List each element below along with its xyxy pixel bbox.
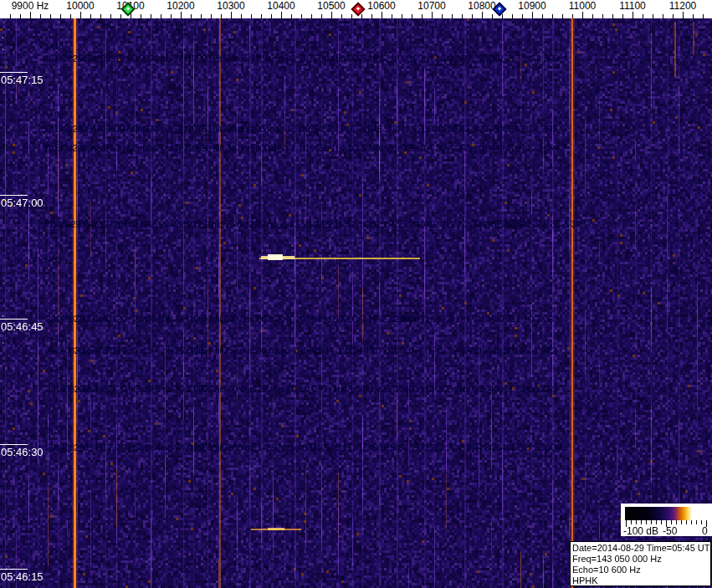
db-tick <box>691 520 692 524</box>
freq-tick <box>542 14 543 18</box>
freq-tick <box>211 14 212 18</box>
freq-tick <box>572 14 573 18</box>
db-tick <box>681 520 682 524</box>
freq-label: 11100 <box>619 0 646 12</box>
db-label: -50 <box>663 525 677 537</box>
freq-tick <box>251 14 252 18</box>
db-tick <box>651 520 652 524</box>
freq-tick <box>703 14 704 18</box>
time-label: 05:47:00 <box>1 197 44 209</box>
db-tick <box>671 520 672 524</box>
left-minor-tick: ` <box>2 450 5 457</box>
db-tick <box>696 520 697 524</box>
freq-tick <box>462 14 463 18</box>
detection-log-line: 20140829054612320 hCnt364 nb-74 f10900 h… <box>46 442 567 453</box>
freq-tick <box>161 14 161 18</box>
freq-tick <box>311 14 312 18</box>
freq-label: 11000 <box>569 0 596 12</box>
freq-tick <box>502 14 503 18</box>
db-tick <box>686 520 687 524</box>
freq-tick <box>442 14 443 18</box>
freq-tick <box>100 14 101 18</box>
freq-label: 10700 <box>417 0 445 12</box>
db-tick <box>661 520 662 524</box>
freq-tick <box>663 14 663 18</box>
freq-tick <box>301 14 302 18</box>
freq-tick <box>612 14 613 18</box>
freq-tick <box>50 14 51 18</box>
db-gradient-bar <box>625 507 708 520</box>
detection-log-line: 20140829054643120 hCnt367 nb-74 f10651 h… <box>46 314 559 324</box>
detection-marker: ^t+32 <box>43 425 64 435</box>
freq-tick <box>512 14 513 18</box>
db-scale: -100 dB-500 <box>621 504 712 536</box>
db-label: -100 dB <box>623 525 658 537</box>
time-tick <box>0 195 28 196</box>
freq-marker-red[interactable] <box>351 3 366 17</box>
freq-tick <box>151 14 151 18</box>
time-label: 05:46:45 <box>1 320 44 333</box>
freq-tick <box>110 14 111 18</box>
freq-label: 10900 <box>518 0 546 12</box>
left-minor-tick: ` <box>2 331 5 338</box>
freq-tick <box>492 14 493 18</box>
freq-label: 9900 Hz <box>12 0 49 12</box>
db-tick <box>641 520 642 524</box>
freq-label: 10600 <box>367 0 395 12</box>
freq-tick <box>341 14 342 18</box>
freq-tick <box>221 14 222 18</box>
freq-tick <box>693 14 694 18</box>
freq-tick <box>422 14 423 18</box>
freq-label: 10200 <box>166 0 194 12</box>
freq-tick <box>472 14 473 18</box>
freq-tick <box>30 12 31 18</box>
freq-tick <box>683 12 684 18</box>
db-tick <box>631 520 632 524</box>
freq-tick <box>90 14 91 18</box>
detection-log-line: 20140829054639720 hCnt366 nb-75 f10899 h… <box>46 345 556 355</box>
freq-tick <box>191 14 192 18</box>
detection-marker: ^t+43 <box>43 334 64 344</box>
freq-tick <box>171 14 172 18</box>
freq-tick <box>402 14 402 18</box>
freq-tick <box>351 14 352 18</box>
freq-tick <box>552 14 553 18</box>
freq-tick <box>201 14 202 18</box>
detection-log-line: 20140829054632620 hCnt365 nb-76 f10900 h… <box>46 384 558 394</box>
freq-tick <box>371 14 372 18</box>
frequency-ruler: 9900 Hz100001010010200103001040010500106… <box>0 0 712 18</box>
db-tick <box>676 520 677 524</box>
freq-tick <box>261 14 262 18</box>
freq-tick <box>291 14 292 18</box>
detection-marker: ^t+39 <box>43 365 64 375</box>
freq-tick <box>602 14 603 18</box>
info-line: HPHK <box>572 575 710 586</box>
time-label: 05:47:15 <box>1 74 44 86</box>
freq-marker-green-center-dot <box>126 7 130 10</box>
freq-label: 10800 <box>468 0 495 12</box>
spectrogram-canvas[interactable] <box>0 18 712 588</box>
freq-tick <box>432 12 433 18</box>
freq-tick <box>271 14 272 18</box>
freq-tick <box>412 14 412 18</box>
detection-log-line: 20140829054706520 hCnt370 nb-77 f10750 h… <box>44 124 557 134</box>
freq-tick <box>382 12 382 18</box>
time-label: 05:46:15 <box>1 570 44 583</box>
freq-tick <box>622 14 623 18</box>
info-box: Date=2014-08-29 Time=05:45 UTCFreq=143 0… <box>570 541 711 586</box>
freq-tick <box>181 12 182 18</box>
info-line: Echo=10 600 Hz <box>572 565 710 575</box>
spectrogram-panel: 05:47:1505:47:0005:46:4505:46:3005:46:15… <box>0 18 712 588</box>
detection-log-line: 20140829054652720 hCnt368 nb-73 f10399 h… <box>43 219 587 229</box>
freq-tick <box>392 14 392 18</box>
freq-tick <box>141 14 141 18</box>
freq-tick <box>40 14 41 18</box>
freq-tick <box>592 14 593 18</box>
freq-tick <box>10 14 11 18</box>
left-minor-tick: ` <box>2 316 5 323</box>
freq-label: 10500 <box>317 0 345 12</box>
db-tick <box>701 520 702 524</box>
detection-marker: ^t+09 <box>43 110 64 120</box>
freq-tick <box>653 14 653 18</box>
freq-label: 10400 <box>267 0 295 12</box>
